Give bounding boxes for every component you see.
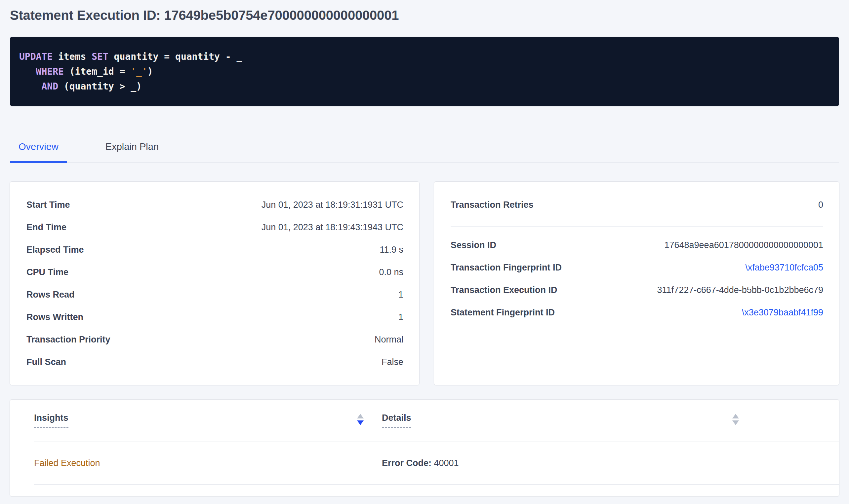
kv-label: End Time bbox=[27, 222, 67, 233]
column-header-insights[interactable]: Insights bbox=[34, 413, 382, 442]
sql-line: AND (quantity > _) bbox=[19, 79, 830, 94]
column-label-insights[interactable]: Insights bbox=[34, 413, 68, 428]
kv-value: Jun 01, 2023 at 18:19:43:1943 UTC bbox=[261, 222, 403, 233]
kv-row-full-scan: Full Scan False bbox=[27, 351, 403, 373]
sql-text: (quantity > _) bbox=[58, 81, 142, 92]
kv-value: Jun 01, 2023 at 18:19:31:1931 UTC bbox=[261, 200, 403, 210]
error-code-label: Error Code: bbox=[382, 458, 431, 468]
sql-keyword: UPDATE bbox=[19, 51, 53, 62]
column-label-details[interactable]: Details bbox=[382, 413, 411, 428]
kv-label: Transaction Priority bbox=[27, 335, 110, 345]
transaction-fingerprint-id-link[interactable]: \xfabe93710fcfca05 bbox=[745, 263, 823, 273]
kv-row-elapsed-time: Elapsed Time 11.9 s bbox=[27, 238, 403, 261]
sql-text: (item_id = bbox=[64, 66, 131, 77]
sql-text: quantity = quantity - _ bbox=[108, 51, 242, 62]
sql-statement-box: UPDATE items SET quantity = quantity - _… bbox=[10, 37, 839, 106]
kv-value: 17648a9eea6017800000000000000001 bbox=[664, 240, 823, 250]
transaction-card: Transaction Retries 0 Session ID 17648a9… bbox=[434, 182, 839, 385]
sort-up-triangle-icon bbox=[732, 414, 739, 418]
sql-string-literal: '_' bbox=[131, 66, 148, 77]
kv-value: 0 bbox=[818, 200, 823, 210]
kv-label: Statement Fingerprint ID bbox=[451, 307, 555, 318]
kv-row-transaction-retries: Transaction Retries 0 bbox=[451, 194, 823, 216]
sql-keyword: AND bbox=[41, 81, 58, 92]
kv-label: Session ID bbox=[451, 240, 496, 250]
kv-value: 11.9 s bbox=[380, 245, 403, 255]
insight-table-row: Failed Execution Error Code: 40001 bbox=[34, 442, 839, 485]
kv-row-start-time: Start Time Jun 01, 2023 at 18:19:31:1931… bbox=[27, 194, 403, 216]
overview-card: Start Time Jun 01, 2023 at 18:19:31:1931… bbox=[10, 182, 419, 385]
sort-down-triangle-icon bbox=[357, 420, 364, 425]
sql-keyword: WHERE bbox=[36, 66, 64, 77]
kv-row-transaction-priority: Transaction Priority Normal bbox=[27, 328, 403, 351]
kv-label: Transaction Retries bbox=[451, 200, 534, 210]
sql-line: UPDATE items SET quantity = quantity - _ bbox=[19, 49, 830, 64]
sql-keyword: SET bbox=[91, 51, 108, 62]
sql-indent bbox=[19, 81, 41, 92]
kv-label: Rows Read bbox=[27, 290, 75, 300]
kv-row-end-time: End Time Jun 01, 2023 at 18:19:43:1943 U… bbox=[27, 216, 403, 238]
kv-value: 0.0 ns bbox=[379, 267, 403, 277]
tab-explain-plan[interactable]: Explain Plan bbox=[97, 141, 167, 162]
sql-line: WHERE (item_id = '_') bbox=[19, 64, 830, 79]
kv-label: Elapsed Time bbox=[27, 245, 84, 255]
kv-row-transaction-execution-id: Transaction Execution ID 311f7227-c667-4… bbox=[451, 279, 823, 301]
sql-text: items bbox=[53, 51, 91, 62]
summary-cards: Start Time Jun 01, 2023 at 18:19:31:1931… bbox=[10, 182, 839, 385]
kv-label: Rows Written bbox=[27, 312, 83, 322]
kv-value: False bbox=[382, 357, 403, 367]
empty-header-cell bbox=[739, 413, 839, 442]
sql-indent bbox=[19, 66, 36, 77]
sort-up-triangle-icon bbox=[357, 414, 364, 418]
kv-label: Transaction Execution ID bbox=[451, 285, 557, 295]
kv-row-rows-written: Rows Written 1 bbox=[27, 306, 403, 328]
insight-status-failed-execution: Failed Execution bbox=[34, 458, 382, 468]
page-title: Statement Execution ID: 17649be5b0754e70… bbox=[10, 0, 839, 23]
kv-value: 1 bbox=[398, 312, 403, 322]
sort-icon-details[interactable] bbox=[732, 414, 739, 425]
kv-row-session-id: Session ID 17648a9eea6017800000000000000… bbox=[451, 234, 823, 256]
tab-overview[interactable]: Overview bbox=[10, 141, 67, 162]
sort-icon-insights[interactable] bbox=[357, 414, 364, 425]
card-divider bbox=[451, 226, 823, 227]
kv-row-statement-fingerprint-id: Statement Fingerprint ID \x3e3079baabf41… bbox=[451, 301, 823, 324]
column-header-details[interactable]: Details bbox=[382, 413, 739, 442]
kv-row-rows-read: Rows Read 1 bbox=[27, 283, 403, 306]
sort-down-triangle-icon bbox=[732, 420, 739, 425]
insights-table-header: Insights Details bbox=[34, 400, 839, 442]
tab-bar: Overview Explain Plan bbox=[10, 141, 839, 163]
kv-label: Transaction Fingerprint ID bbox=[451, 263, 562, 273]
kv-row-cpu-time: CPU Time 0.0 ns bbox=[27, 261, 403, 283]
sql-text: ) bbox=[148, 66, 153, 77]
kv-value: Normal bbox=[375, 335, 403, 345]
insight-details-cell: Error Code: 40001 bbox=[382, 458, 739, 468]
kv-label: CPU Time bbox=[27, 267, 68, 277]
kv-value: 311f7227-c667-4dde-b5bb-0c1b2bbe6c79 bbox=[657, 285, 823, 295]
kv-value: 1 bbox=[398, 290, 403, 300]
insights-table-card: Insights Details Failed Execution E bbox=[10, 400, 839, 497]
kv-label: Start Time bbox=[27, 200, 70, 210]
error-code-value: 40001 bbox=[434, 458, 459, 468]
kv-label: Full Scan bbox=[27, 357, 66, 367]
statement-fingerprint-id-link[interactable]: \x3e3079baabf41f99 bbox=[742, 307, 823, 318]
statement-execution-page: Statement Execution ID: 17649be5b0754e70… bbox=[0, 0, 849, 497]
kv-row-transaction-fingerprint-id: Transaction Fingerprint ID \xfabe93710fc… bbox=[451, 256, 823, 279]
